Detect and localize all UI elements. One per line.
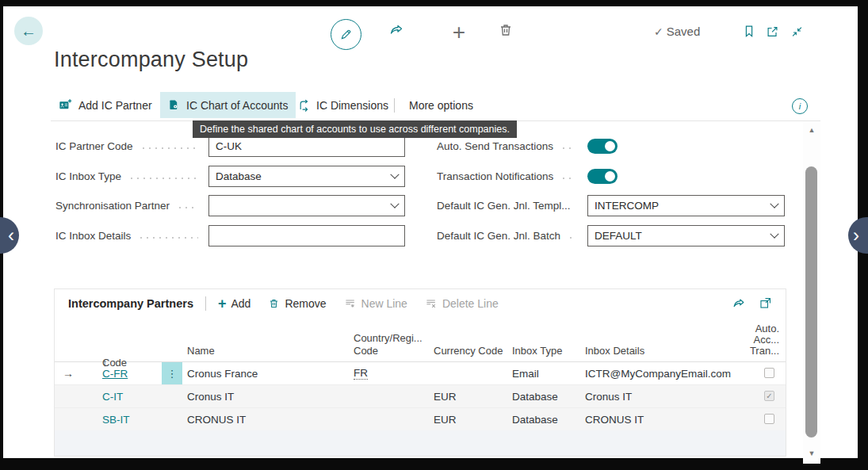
partners-expand-button[interactable] xyxy=(759,296,772,311)
new-record-button[interactable]: + xyxy=(447,19,471,46)
action-label: IC Chart of Accounts xyxy=(186,99,288,112)
tooltip: Define the shared chart of accounts to u… xyxy=(193,120,517,138)
field-label-ic-inbox-type: IC Inbox Type xyxy=(55,166,205,187)
column-header-inbox-details[interactable]: Inbox Details xyxy=(585,345,644,357)
info-button[interactable]: i xyxy=(792,98,808,114)
chevron-down-icon xyxy=(390,199,399,208)
action-ic-dimensions[interactable]: IC Dimensions xyxy=(290,92,396,118)
contact-card-plus-icon xyxy=(59,98,73,112)
minimize-button[interactable] xyxy=(790,25,805,39)
default-ic-gen-jnl-template-select[interactable]: INTERCOMP xyxy=(587,195,785,216)
field-label-ic-partner-code: IC Partner Code xyxy=(55,136,205,157)
page-title: Intercompany Setup xyxy=(54,48,248,72)
code-link[interactable]: C-FR xyxy=(102,362,128,384)
field-label-auto-send: Auto. Send Transactions xyxy=(437,136,581,157)
chevron-left-icon: ‹ xyxy=(8,224,14,246)
delete-line-icon xyxy=(425,297,438,310)
name-cell: Cronus France xyxy=(187,362,258,384)
dotted-leader xyxy=(560,176,575,179)
currency-cell: EUR xyxy=(434,385,457,407)
action-add-ic-partner[interactable]: Add IC Partner xyxy=(51,92,160,118)
action-label: More options xyxy=(409,99,473,112)
intercompany-partners-card: Intercompany Partners + Add Remove xyxy=(54,288,786,457)
back-arrow-icon: ← xyxy=(21,22,36,40)
currency-cell: EUR xyxy=(434,408,457,430)
country-value: FR xyxy=(354,367,368,380)
open-in-new-window-button[interactable] xyxy=(765,25,780,39)
table-row[interactable]: SB-IT CRONUS IT EUR Database CRONUS IT ✓ xyxy=(55,408,786,431)
action-ic-chart-of-accounts[interactable]: IC Chart of Accounts xyxy=(160,92,296,118)
column-header-currency[interactable]: Currency Code xyxy=(434,345,503,357)
delete-button[interactable] xyxy=(498,22,514,38)
auto-accept-checkbox[interactable]: ✓ xyxy=(764,414,774,424)
column-header-country-line2[interactable]: Code xyxy=(354,345,378,357)
code-link[interactable]: C-IT xyxy=(102,385,123,407)
inbox-type-cell: Database xyxy=(512,385,558,407)
auto-accept-checkbox[interactable]: ✓ xyxy=(764,368,774,378)
select-value: DEFAULT xyxy=(595,230,642,242)
check-icon: ✓ xyxy=(654,25,663,38)
code-link[interactable]: SB-IT xyxy=(102,408,130,430)
inbox-type-cell: Email xyxy=(512,362,539,384)
field-label-txn-notifications: Transaction Notifications xyxy=(437,166,581,187)
action-bar-divider xyxy=(394,98,395,113)
check-icon: ✓ xyxy=(766,392,772,400)
collapse-arrows-icon xyxy=(790,25,805,39)
app-window: ← + ✓ xyxy=(0,0,868,470)
action-more-options[interactable]: More options xyxy=(401,92,481,118)
chevron-down-icon xyxy=(770,229,778,238)
ic-partner-code-input[interactable] xyxy=(208,136,405,157)
header-divider xyxy=(205,296,206,311)
selected-row-arrow-icon: → xyxy=(63,362,74,384)
dotted-leader xyxy=(568,235,575,239)
partners-add-button[interactable]: + Add xyxy=(218,297,250,310)
save-status: ✓ Saved xyxy=(654,25,700,38)
ic-inbox-type-select[interactable]: Database xyxy=(208,166,405,187)
plus-icon: + xyxy=(218,298,227,309)
new-line-icon xyxy=(344,297,357,310)
default-ic-gen-jnl-batch-select[interactable]: DEFAULT xyxy=(587,225,785,246)
inbox-type-cell: Database xyxy=(512,408,558,430)
chevron-down-icon xyxy=(770,199,778,208)
field-label-default-template: Default IC Gen. Jnl. Templ... xyxy=(437,195,581,216)
row-overflow-menu[interactable]: ⋮ xyxy=(162,362,182,384)
synchronisation-partner-select[interactable] xyxy=(208,195,405,216)
partners-column-headers: Code ↑ Name Country/Regi... Code Currenc… xyxy=(55,317,786,362)
auto-send-transactions-toggle[interactable] xyxy=(587,139,618,154)
label-text: Default IC Gen. Jnl. Templ... xyxy=(437,200,571,212)
bookmark-icon xyxy=(742,24,756,39)
auto-accept-checkbox[interactable]: ✓ xyxy=(764,391,774,401)
column-header-auto-line3[interactable]: Tran... xyxy=(750,345,779,357)
scroll-down-arrow-icon[interactable]: ▼ xyxy=(803,449,820,457)
branch-arrows-icon xyxy=(298,98,311,112)
share-button[interactable] xyxy=(388,22,405,38)
edit-button[interactable] xyxy=(331,19,361,50)
column-header-country-line1[interactable]: Country/Regi... xyxy=(354,332,423,344)
transaction-notifications-toggle[interactable] xyxy=(587,169,618,184)
column-header-auto-line2[interactable]: Acc... xyxy=(753,334,779,346)
inbox-details-cell: CRONUS IT xyxy=(585,408,644,430)
partners-share-button[interactable] xyxy=(731,296,747,311)
scroll-up-arrow-icon[interactable]: ▲ xyxy=(803,126,820,134)
column-header-inbox-type[interactable]: Inbox Type xyxy=(512,345,562,357)
next-record-button[interactable]: › xyxy=(848,217,868,254)
partners-delete-line-button[interactable]: Delete Line xyxy=(425,297,499,310)
partners-remove-button[interactable]: Remove xyxy=(268,297,326,310)
share-icon xyxy=(388,22,405,38)
column-header-auto-line1[interactable]: Auto. xyxy=(755,323,779,334)
table-row[interactable]: → C-FR ⋮ Cronus France FR Email ICTR@MyC… xyxy=(55,362,786,385)
dotted-leader xyxy=(140,146,198,149)
previous-record-button[interactable]: ‹ xyxy=(0,217,19,254)
toggle-knob xyxy=(605,141,615,151)
vertical-scrollbar[interactable]: ▲ ▼ xyxy=(803,121,820,464)
back-button[interactable]: ← xyxy=(14,17,43,45)
column-header-name[interactable]: Name xyxy=(187,345,215,357)
label-text: IC Inbox Details xyxy=(55,230,131,242)
table-row[interactable]: C-IT Cronus IT EUR Database Cronus IT ✓ xyxy=(55,385,786,408)
partners-new-line-button[interactable]: New Line xyxy=(344,297,407,310)
dotted-leader xyxy=(560,146,575,149)
ic-inbox-details-input[interactable] xyxy=(208,225,405,246)
bookmark-button[interactable] xyxy=(742,24,756,39)
scrollbar-thumb[interactable] xyxy=(805,166,817,438)
name-cell: CRONUS IT xyxy=(187,408,246,430)
